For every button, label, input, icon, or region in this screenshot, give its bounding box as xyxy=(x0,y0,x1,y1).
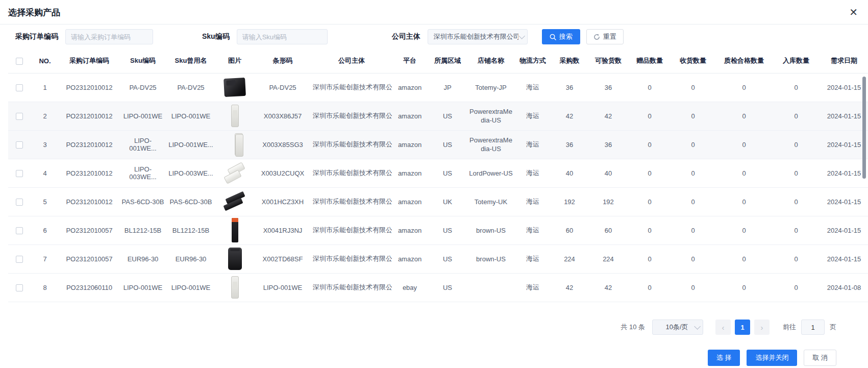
cell-shop: brown-US xyxy=(467,216,514,244)
row-checkbox[interactable] xyxy=(16,113,23,120)
product-image xyxy=(224,193,246,210)
goto-page-input[interactable] xyxy=(801,320,825,335)
cell-inbound-qty: 0 xyxy=(773,159,820,187)
cell-sku: LIPO-003WE... xyxy=(119,159,166,187)
cell-demand-date: 2024-01-15 xyxy=(820,73,868,102)
close-icon[interactable]: ✕ xyxy=(849,5,858,19)
cell-purchase-qty: 192 xyxy=(551,187,588,216)
cell-company: 深圳市乐能创新技术有限公... xyxy=(311,273,392,302)
table-row-partial[interactable] xyxy=(8,302,868,310)
cell-region xyxy=(428,302,467,310)
column-header-platform: 平台 xyxy=(392,49,428,73)
select-and-close-button[interactable]: 选择并关闭 xyxy=(747,350,797,366)
column-header-company: 公司主体 xyxy=(311,49,392,73)
cell-sku-alias: BL1212-15B xyxy=(166,216,215,244)
cell-sku xyxy=(119,302,166,310)
column-header-demand-date: 需求日期 xyxy=(820,49,868,73)
cell-shop xyxy=(467,273,514,302)
purchase-products-table: NO. 采购订单编码 Sku编码 Sku曾用名 图片 条形码 公司主体 平台 所… xyxy=(0,49,868,310)
product-image xyxy=(226,133,244,156)
cell-received-qty: 0 xyxy=(671,216,715,244)
cell-barcode xyxy=(254,302,311,310)
table-row[interactable]: 4PO2312010012LIPO-003WE...LIPO-003WE...X… xyxy=(8,159,868,187)
cancel-button[interactable]: 取 消 xyxy=(804,350,836,366)
column-header-qc-passed-qty: 质检合格数量 xyxy=(715,49,773,73)
current-page-button[interactable]: 1 xyxy=(735,320,750,335)
cell-po: PO2312010057 xyxy=(59,216,119,244)
column-header-inspectable-qty: 可验货数 xyxy=(588,49,629,73)
row-checkbox[interactable] xyxy=(16,199,23,206)
cell-inbound-qty: 0 xyxy=(773,216,820,244)
page-size-select[interactable]: 10条/页 xyxy=(652,320,703,335)
row-checkbox[interactable] xyxy=(16,141,23,149)
table-row[interactable]: 5PO2312010012PAS-6CD-30BPAS-6CD-30BX001H… xyxy=(8,187,868,216)
cell-no: 7 xyxy=(31,244,59,273)
cell-demand-date xyxy=(820,302,868,310)
column-header-barcode: 条形码 xyxy=(254,49,311,73)
modal-header: 选择采购产品 ✕ xyxy=(0,0,868,24)
po-code-label: 采购订单编码 xyxy=(15,32,58,41)
cell-platform: amazon xyxy=(392,130,428,159)
column-header-sku: Sku编码 xyxy=(119,49,166,73)
refresh-icon xyxy=(593,34,600,40)
prev-page-button[interactable]: ‹ xyxy=(715,320,731,335)
page-size-value: 10条/页 xyxy=(660,323,694,332)
table-row[interactable]: 2PO2312010012LIPO-001WELIPO-001WEX003X86… xyxy=(8,102,868,130)
cell-company xyxy=(311,302,392,310)
row-checkbox[interactable] xyxy=(16,84,23,91)
cell-purchase-qty: 36 xyxy=(551,130,588,159)
cell-barcode: X003X85SG3 xyxy=(254,130,311,159)
company-select-value: 深圳市乐能创新技术有限公司 xyxy=(434,32,518,41)
search-button[interactable]: 搜索 xyxy=(542,29,580,44)
cell-sku-alias: PAS-6CD-30B xyxy=(166,187,215,216)
cell-gift-qty: 0 xyxy=(629,159,671,187)
company-select[interactable]: 深圳市乐能创新技术有限公司 xyxy=(428,29,528,44)
cell-demand-date: 2024-01-15 xyxy=(820,187,868,216)
cell-logistics: 海运 xyxy=(514,187,551,216)
row-checkbox[interactable] xyxy=(16,256,23,263)
reset-button[interactable]: 重置 xyxy=(586,29,624,44)
cell-inspectable-qty xyxy=(588,302,629,310)
cell-barcode: X003U2CUQX xyxy=(254,159,311,187)
table-row[interactable]: 8PO2312060110LIPO-001WELIPO-001WELIPO-00… xyxy=(8,273,868,302)
row-checkbox[interactable] xyxy=(16,227,23,234)
row-checkbox[interactable] xyxy=(16,284,23,291)
cell-purchase-qty: 42 xyxy=(551,102,588,130)
select-all-checkbox[interactable] xyxy=(16,58,23,65)
cell-po: PO2312010012 xyxy=(59,130,119,159)
cell-sku-alias: PA-DV25 xyxy=(166,73,215,102)
cell-received-qty: 0 xyxy=(671,159,715,187)
sku-code-label: Sku编码 xyxy=(202,32,230,41)
row-checkbox[interactable] xyxy=(16,170,23,177)
cell-qc-passed-qty: 0 xyxy=(715,216,773,244)
cell-purchase-qty: 60 xyxy=(551,216,588,244)
cell-no: 4 xyxy=(31,159,59,187)
table-row[interactable]: 6PO2312010057BL1212-15BBL1212-15BX0041RJ… xyxy=(8,216,868,244)
goto-page-suffix: 页 xyxy=(830,323,836,332)
table-row[interactable]: 3PO2312010012LIPO-001WE...LIPO-001WE...X… xyxy=(8,130,868,159)
po-code-input[interactable] xyxy=(65,29,153,44)
cell-platform xyxy=(392,302,428,310)
cell-no: 5 xyxy=(31,187,59,216)
cell-qc-passed-qty: 0 xyxy=(715,187,773,216)
select-button[interactable]: 选 择 xyxy=(708,350,740,366)
cell-sku: PA-DV25 xyxy=(119,73,166,102)
table-row[interactable]: 7PO2312010057EUR96-30EUR96-30X002TD68SF深… xyxy=(8,244,868,273)
table-body: 1PO2312010012PA-DV25PA-DV25PA-DV25深圳市乐能创… xyxy=(8,73,868,310)
product-image xyxy=(224,78,246,97)
cell-barcode: PA-DV25 xyxy=(254,73,311,102)
next-page-button[interactable]: › xyxy=(754,320,770,335)
cell-sku: EUR96-30 xyxy=(119,244,166,273)
cell-qc-passed-qty: 0 xyxy=(715,273,773,302)
search-icon xyxy=(550,34,556,40)
cell-company: 深圳市乐能创新技术有限公... xyxy=(311,216,392,244)
vertical-scrollbar-thumb[interactable] xyxy=(862,77,866,179)
cell-company: 深圳市乐能创新技术有限公... xyxy=(311,73,392,102)
cell-logistics: 海运 xyxy=(514,102,551,130)
table-row[interactable]: 1PO2312010012PA-DV25PA-DV25PA-DV25深圳市乐能创… xyxy=(8,73,868,102)
sku-code-input[interactable] xyxy=(237,29,328,44)
cell-po: PO2312010057 xyxy=(59,244,119,273)
cell-sku: BL1212-15B xyxy=(119,216,166,244)
cell-barcode: LIPO-001WE xyxy=(254,273,311,302)
cell-barcode: X0041RJ3NJ xyxy=(254,216,311,244)
